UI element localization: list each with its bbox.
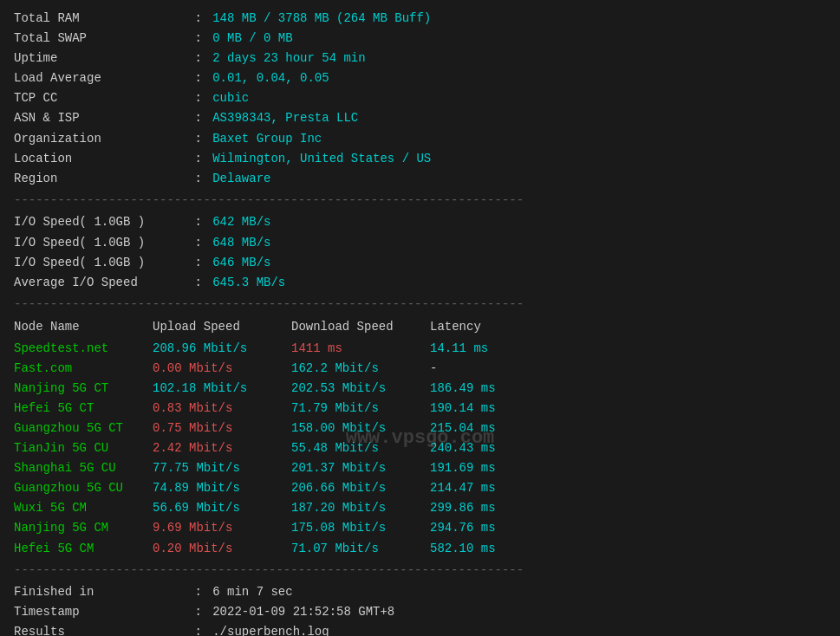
- row-node: Nanjing 5G CM: [14, 518, 153, 538]
- asn-value: AS398343, Presta LLC: [212, 108, 358, 128]
- table-row: Nanjing 5G CT 102.18 Mbit/s 202.53 Mbit/…: [14, 379, 826, 399]
- table-header: Node Name Upload Speed Download Speed La…: [14, 316, 826, 338]
- tcp-line: TCP CC : cubic: [14, 88, 826, 108]
- row-upload: 102.18 Mbit/s: [153, 379, 291, 399]
- uptime-line: Uptime : 2 days 23 hour 54 min: [14, 49, 826, 68]
- load-line: Load Average : 0.01, 0.04, 0.05: [14, 68, 826, 88]
- uptime-label: Uptime: [14, 49, 187, 68]
- row-upload: 208.96 Mbit/s: [153, 339, 291, 359]
- row-download: 187.20 Mbit/s: [291, 498, 430, 518]
- swap-label: Total SWAP: [14, 29, 187, 49]
- row-download: 55.48 Mbit/s: [291, 438, 430, 458]
- results-value: ./superbench.log: [212, 622, 329, 636]
- table-row: Shanghai 5G CU 77.75 Mbit/s 201.37 Mbit/…: [14, 458, 826, 478]
- org-value: Baxet Group Inc: [212, 129, 322, 149]
- row-latency: 240.43 ms: [430, 438, 534, 458]
- footer-section: Finished in : 6 min 7 sec Timestamp : 20…: [14, 582, 826, 636]
- table-row: Guangzhou 5G CU 74.89 Mbit/s 206.66 Mbit…: [14, 478, 826, 498]
- row-node: Hefei 5G CT: [14, 399, 153, 419]
- row-upload: 74.89 Mbit/s: [153, 478, 291, 498]
- location-line: Location : Wilmington, United States / U…: [14, 149, 826, 169]
- finished-value: 6 min 7 sec: [212, 582, 292, 602]
- io1-label: I/O Speed( 1.0GB ): [14, 212, 187, 232]
- row-upload: 0.00 Mbit/s: [153, 359, 291, 379]
- row-download: 71.07 Mbit/s: [291, 539, 430, 559]
- network-table: www.vpsgo.com Node Name Upload Speed Dow…: [14, 316, 826, 558]
- table-row: Fast.com 0.00 Mbit/s 162.2 Mbit/s -: [14, 359, 826, 379]
- row-upload: 0.83 Mbit/s: [153, 399, 291, 419]
- row-download: 71.79 Mbit/s: [291, 399, 430, 419]
- row-latency: 190.14 ms: [430, 399, 534, 419]
- tcp-value: cubic: [212, 88, 249, 108]
- row-latency: 294.76 ms: [430, 518, 534, 538]
- divider-3: ----------------------------------------…: [14, 562, 826, 580]
- header-download: Download Speed: [291, 316, 430, 338]
- uptime-value: 2 days 23 hour 54 min: [212, 49, 365, 68]
- table-row: Speedtest.net 208.96 Mbit/s 1411 ms 14.1…: [14, 339, 826, 359]
- timestamp-label: Timestamp: [14, 602, 187, 622]
- row-latency: 582.10 ms: [430, 539, 534, 559]
- row-latency: 299.86 ms: [430, 498, 534, 518]
- row-upload: 2.42 Mbit/s: [153, 438, 291, 458]
- row-node: Guangzhou 5G CT: [14, 419, 153, 438]
- io3-value: 646 MB/s: [212, 253, 270, 273]
- header-latency: Latency: [430, 316, 534, 338]
- row-download: 162.2 Mbit/s: [291, 359, 430, 379]
- row-latency: 214.47 ms: [430, 478, 534, 498]
- asn-label: ASN & ISP: [14, 108, 187, 128]
- ram-line: Total RAM : 148 MB / 3788 MB (264 MB Buf…: [14, 9, 826, 29]
- table-rows: Speedtest.net 208.96 Mbit/s 1411 ms 14.1…: [14, 339, 826, 559]
- row-node: Nanjing 5G CT: [14, 379, 153, 399]
- row-download: 175.08 Mbit/s: [291, 518, 430, 538]
- row-node: TianJin 5G CU: [14, 438, 153, 458]
- results-line: Results : ./superbench.log: [14, 622, 826, 636]
- terminal-output: Total RAM : 148 MB / 3788 MB (264 MB Buf…: [14, 9, 826, 636]
- table-row: Guangzhou 5G CT 0.75 Mbit/s 158.00 Mbit/…: [14, 419, 826, 438]
- row-latency: 215.04 ms: [430, 419, 534, 438]
- results-label: Results: [14, 622, 187, 636]
- finished-label: Finished in: [14, 582, 187, 602]
- header-node: Node Name: [14, 316, 153, 338]
- table-row: Nanjing 5G CM 9.69 Mbit/s 175.08 Mbit/s …: [14, 518, 826, 538]
- row-upload: 0.20 Mbit/s: [153, 539, 291, 559]
- row-node: Hefei 5G CM: [14, 539, 153, 559]
- asn-line: ASN & ISP : AS398343, Presta LLC: [14, 108, 826, 128]
- ram-label: Total RAM: [14, 9, 187, 29]
- divider-2: ----------------------------------------…: [14, 296, 826, 314]
- row-download: 202.53 Mbit/s: [291, 379, 430, 399]
- row-node: Speedtest.net: [14, 339, 153, 359]
- io3-label: I/O Speed( 1.0GB ): [14, 253, 187, 273]
- row-download: 201.37 Mbit/s: [291, 458, 430, 478]
- row-node: Guangzhou 5G CU: [14, 478, 153, 498]
- region-label: Region: [14, 169, 187, 189]
- io1-line: I/O Speed( 1.0GB ) : 642 MB/s: [14, 212, 826, 232]
- io1-value: 642 MB/s: [212, 212, 270, 232]
- row-latency: -: [430, 359, 534, 379]
- row-latency: 14.11 ms: [430, 339, 534, 359]
- row-upload: 0.75 Mbit/s: [153, 419, 291, 438]
- io3-line: I/O Speed( 1.0GB ) : 646 MB/s: [14, 253, 826, 273]
- row-download: 206.66 Mbit/s: [291, 478, 430, 498]
- row-node: Fast.com: [14, 359, 153, 379]
- ram-value: 148 MB / 3788 MB (264 MB Buff): [212, 9, 431, 29]
- io2-value: 648 MB/s: [212, 233, 270, 253]
- location-label: Location: [14, 149, 187, 169]
- io2-label: I/O Speed( 1.0GB ): [14, 233, 187, 253]
- row-upload: 77.75 Mbit/s: [153, 458, 291, 478]
- table-row: TianJin 5G CU 2.42 Mbit/s 55.48 Mbit/s 2…: [14, 438, 826, 458]
- row-upload: 56.69 Mbit/s: [153, 498, 291, 518]
- table-row: Hefei 5G CM 0.20 Mbit/s 71.07 Mbit/s 582…: [14, 539, 826, 559]
- row-upload: 9.69 Mbit/s: [153, 518, 291, 538]
- swap-value: 0 MB / 0 MB: [212, 29, 292, 49]
- row-latency: 186.49 ms: [430, 379, 534, 399]
- row-node: Wuxi 5G CM: [14, 498, 153, 518]
- tcp-label: TCP CC: [14, 88, 187, 108]
- table-row: Hefei 5G CT 0.83 Mbit/s 71.79 Mbit/s 190…: [14, 399, 826, 419]
- timestamp-line: Timestamp : 2022-01-09 21:52:58 GMT+8: [14, 602, 826, 622]
- org-label: Organization: [14, 129, 187, 149]
- load-label: Load Average: [14, 68, 187, 88]
- region-line: Region : Delaware: [14, 169, 826, 189]
- io-avg-line: Average I/O Speed : 645.3 MB/s: [14, 273, 826, 293]
- table-row: Wuxi 5G CM 56.69 Mbit/s 187.20 Mbit/s 29…: [14, 498, 826, 518]
- swap-line: Total SWAP : 0 MB / 0 MB: [14, 29, 826, 49]
